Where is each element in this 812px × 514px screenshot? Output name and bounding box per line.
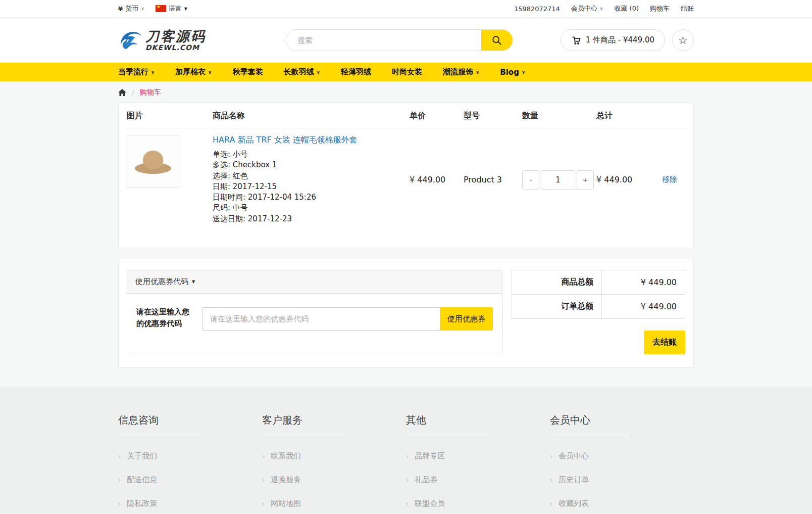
chevron-right-icon: › bbox=[550, 452, 552, 460]
footer-link-label: 会员中心 bbox=[559, 451, 589, 461]
quantity-stepper: - + bbox=[522, 170, 596, 190]
cart-icon bbox=[571, 35, 581, 45]
checkout-link[interactable]: 结账 bbox=[681, 4, 694, 13]
product-thumbnail[interactable] bbox=[127, 135, 179, 188]
search-button[interactable] bbox=[481, 30, 513, 51]
footer-column-title: 会员中心 bbox=[550, 413, 694, 427]
totals-row: 商品总额¥ 449.00 bbox=[512, 270, 685, 295]
footer-link[interactable]: ›隐私政策 bbox=[118, 499, 262, 508]
chevron-right-icon: › bbox=[406, 500, 409, 507]
totals-label: 订单总额 bbox=[512, 295, 602, 319]
chevron-right-icon: › bbox=[118, 500, 121, 507]
footer-link[interactable]: ›配送信息 bbox=[118, 475, 262, 485]
wishlist-button[interactable]: ☆ bbox=[672, 29, 694, 51]
cart-link[interactable]: 购物车 bbox=[650, 4, 670, 13]
chevron-right-icon: › bbox=[406, 452, 409, 460]
footer-link-label: 品牌专区 bbox=[415, 451, 445, 461]
footer-link[interactable]: ›礼品券 bbox=[406, 475, 550, 485]
column-header: 商品名称 bbox=[213, 111, 410, 121]
chevron-down-icon: ∨ bbox=[141, 6, 144, 11]
straw-hat-image bbox=[135, 148, 171, 175]
footer-column-title: 其他 bbox=[406, 413, 550, 427]
wishlist-link[interactable]: 收藏 (0) bbox=[614, 4, 639, 13]
nav-item-label: 当季流行 bbox=[118, 67, 148, 77]
apply-coupon-button[interactable]: 使用优惠券 bbox=[440, 307, 493, 331]
search-input[interactable] bbox=[286, 30, 481, 51]
footer-link[interactable]: ›联盟会员 bbox=[406, 499, 550, 508]
totals-value: ¥ 449.00 bbox=[602, 270, 685, 295]
footer-link[interactable]: ›联系我们 bbox=[262, 451, 406, 461]
footer-link[interactable]: ›网站地图 bbox=[262, 499, 406, 508]
footer-link-label: 收藏列表 bbox=[559, 499, 589, 508]
breadcrumb-current[interactable]: 购物车 bbox=[140, 88, 161, 97]
product-option: 日期时间: 2017-12-04 15:26 bbox=[213, 192, 410, 203]
logo-domain: DKEWL.COM bbox=[145, 44, 206, 51]
footer-column: 会员中心›会员中心›历史订单›收藏列表›订阅咨询 bbox=[550, 413, 694, 514]
search-icon bbox=[491, 35, 502, 46]
site-logo[interactable]: 刀客源码 DKEWL.COM bbox=[118, 28, 206, 53]
account-menu[interactable]: 会员中心 ∨ bbox=[571, 4, 603, 13]
language-selector[interactable]: 语言 ▼ bbox=[156, 4, 187, 13]
footer-link[interactable]: ›收藏列表 bbox=[550, 499, 694, 508]
chevron-right-icon: › bbox=[550, 500, 552, 507]
cart-summary-button[interactable]: 1 件商品 - ¥449.00 bbox=[561, 29, 665, 51]
product-option: 单选: 小号 bbox=[213, 149, 410, 160]
product-option: 选择: 红色 bbox=[213, 171, 410, 181]
footer-link[interactable]: ›关于我们 bbox=[118, 451, 262, 461]
footer-divider bbox=[406, 436, 490, 436]
footer-link-label: 隐私政策 bbox=[127, 499, 157, 508]
nav-item-8[interactable]: Blog∨ bbox=[500, 68, 525, 77]
footer-link-label: 配送信息 bbox=[127, 475, 157, 485]
nav-item-label: 加厚棉衣 bbox=[175, 67, 206, 77]
product-name-link[interactable]: HARA 新品 TRF 女装 连帽毛领棉服外套 bbox=[213, 135, 358, 146]
remove-item-link[interactable]: 移除 bbox=[662, 175, 685, 184]
footer-link-label: 联系我们 bbox=[271, 451, 301, 461]
footer-link[interactable]: ›品牌专区 bbox=[406, 451, 550, 461]
checkout-button[interactable]: 去结账 bbox=[644, 331, 685, 354]
phone-number: 15982072714 bbox=[514, 5, 560, 13]
quantity-increase-button[interactable]: + bbox=[577, 170, 594, 190]
coupon-input-label: 请在这里输入您的优惠券代码 bbox=[136, 306, 194, 331]
search-bar bbox=[286, 29, 513, 51]
china-flag-icon bbox=[156, 5, 166, 12]
footer-column-title: 客户服务 bbox=[262, 413, 406, 427]
nav-item-2[interactable]: 加厚棉衣∨ bbox=[175, 67, 212, 77]
product-option: 尺码: 中号 bbox=[213, 203, 410, 213]
footer-link[interactable]: ›历史订单 bbox=[550, 475, 694, 485]
footer-link[interactable]: ›会员中心 bbox=[550, 451, 694, 461]
chevron-right-icon: › bbox=[262, 500, 265, 507]
nav-item-5[interactable]: 轻薄羽绒 bbox=[341, 67, 371, 77]
product-option: 日期: 2017-12-15 bbox=[213, 181, 410, 192]
nav-item-1[interactable]: 当季流行∨ bbox=[118, 67, 155, 77]
coupon-code-input[interactable] bbox=[202, 307, 440, 331]
footer-column: 其他›品牌专区›礼品券›联盟会员›特别优惠 bbox=[406, 413, 550, 514]
nav-item-7[interactable]: 潮流服饰∨ bbox=[443, 67, 479, 77]
footer-column: 客户服务›联系我们›退换服务›网站地图 bbox=[262, 413, 406, 514]
chevron-right-icon: › bbox=[262, 452, 265, 460]
chevron-right-icon: › bbox=[118, 452, 121, 460]
nav-item-label: 时尚女装 bbox=[392, 67, 422, 77]
logo-title: 刀客源码 bbox=[145, 29, 206, 43]
language-label: 语言 bbox=[169, 4, 182, 13]
caret-down-icon: ▼ bbox=[184, 7, 187, 11]
nav-item-label: 轻薄羽绒 bbox=[341, 67, 371, 77]
home-icon[interactable] bbox=[118, 89, 126, 97]
account-label: 会员中心 bbox=[571, 4, 597, 13]
currency-label: 货币 bbox=[125, 4, 138, 13]
currency-selector[interactable]: ¥ 货币 ∨ bbox=[118, 4, 144, 13]
topbar: ¥ 货币 ∨ 语言 ▼ 15982072714 会员中心 ∨ 收藏 (0) 购物… bbox=[0, 0, 812, 18]
nav-item-3[interactable]: 秋季套装 bbox=[233, 67, 263, 77]
cart-summary-text: 1 件商品 - ¥449.00 bbox=[586, 35, 654, 45]
chevron-down-icon: ∨ bbox=[476, 70, 479, 75]
nav-item-4[interactable]: 长款羽绒∨ bbox=[284, 67, 320, 77]
footer-link[interactable]: ›退换服务 bbox=[262, 475, 406, 485]
quantity-decrease-button[interactable]: - bbox=[522, 170, 539, 190]
chevron-down-icon: ∨ bbox=[600, 6, 603, 11]
cart-item-row: HARA 新品 TRF 女装 连帽毛领棉服外套 单选: 小号多选: Checkb… bbox=[127, 128, 685, 224]
footer-divider bbox=[550, 436, 634, 436]
column-header: 型号 bbox=[464, 111, 522, 121]
quantity-input[interactable] bbox=[541, 170, 575, 190]
coupon-accordion-header[interactable]: 使用优惠券代码 ▼ bbox=[127, 270, 502, 294]
nav-item-6[interactable]: 时尚女装 bbox=[392, 67, 422, 77]
footer-link-label: 历史订单 bbox=[559, 475, 589, 485]
